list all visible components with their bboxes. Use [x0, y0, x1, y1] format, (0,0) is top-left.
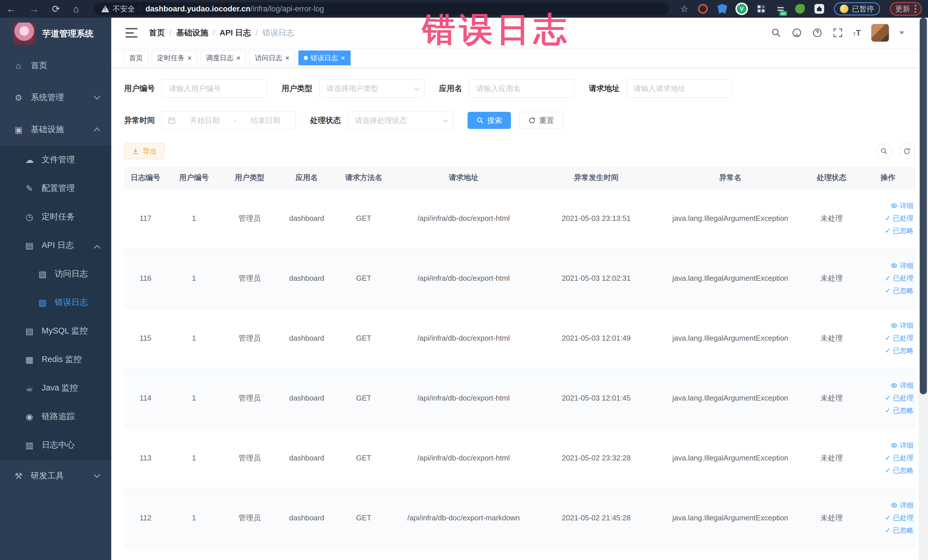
sidebar-item-MySQL-监控[interactable]: ▤MySQL 监控	[0, 317, 111, 345]
tab-首页[interactable]: 首页	[124, 50, 148, 65]
processed-link[interactable]: ✓已处理	[860, 335, 913, 342]
sidebar-item-系统管理[interactable]: ⚙系统管理	[0, 82, 111, 113]
page-content: 用户编号用户类型请选择用户类型应用名请求地址 异常时间 开始日期 - 结束日期 …	[111, 68, 919, 548]
show-search-toggle-button[interactable]	[876, 143, 892, 159]
divider	[140, 5, 140, 13]
browser-reload-button[interactable]: ⟳	[52, 4, 60, 14]
extension-shield-icon[interactable]	[717, 4, 727, 14]
tab-调度日志[interactable]: 调度日志×	[200, 50, 246, 65]
detail-link[interactable]: 详细	[860, 202, 913, 209]
close-tab-icon[interactable]: ×	[341, 54, 345, 62]
tab-定时任务[interactable]: 定时任务×	[152, 50, 197, 65]
sidebar-item-研发工具[interactable]: ⚒研发工具	[0, 460, 111, 492]
extension-grid-icon[interactable]	[756, 4, 766, 14]
processed-link[interactable]: ✓已处理	[860, 514, 913, 521]
detail-link[interactable]: 详细	[860, 382, 913, 389]
reset-button[interactable]: 重置	[519, 112, 563, 129]
start-date-placeholder[interactable]: 开始日期	[180, 116, 229, 125]
browser-forward-button[interactable]: →	[29, 4, 39, 14]
sidebar-item-Java-监控[interactable]: ☕Java 监控	[0, 374, 111, 402]
bookmark-star-icon[interactable]: ☆	[680, 3, 688, 14]
detail-link[interactable]: 详细	[860, 322, 913, 329]
extension-leaf-icon[interactable]	[795, 4, 805, 14]
ignored-link[interactable]: ✓已忽略	[860, 527, 913, 534]
date-range-picker[interactable]: 开始日期 - 结束日期	[162, 111, 296, 130]
processed-link[interactable]: ✓已处理	[860, 455, 913, 461]
sidebar-item-Redis-监控[interactable]: ▦Redis 监控	[0, 345, 111, 374]
sidebar-toggle-icon[interactable]	[125, 28, 137, 38]
dev-tools-icon: ⚒	[14, 471, 23, 481]
detail-link[interactable]: 详细	[860, 442, 913, 449]
sidebar-item-配置管理[interactable]: ✎配置管理	[0, 174, 111, 203]
log-id-cell: 115	[124, 308, 167, 368]
actions-cell: 详细✓已处理✓已忽略	[860, 188, 916, 248]
user-type-cell: 管理员	[221, 188, 278, 248]
extension-on-icon[interactable]: on	[776, 4, 785, 14]
security-label[interactable]: 不安全	[113, 4, 135, 14]
scrollbar-thumb[interactable]	[920, 18, 927, 394]
address-bar[interactable]: 不安全 dashboard.yudao.iocoder.cn /infra/lo…	[94, 2, 669, 15]
font-size-icon[interactable]: тT	[853, 28, 861, 38]
processed-link[interactable]: ✓已处理	[860, 395, 913, 401]
github-icon[interactable]	[792, 27, 802, 38]
action-label: 已忽略	[893, 467, 913, 474]
ignored-link[interactable]: ✓已忽略	[860, 347, 913, 354]
processed-link[interactable]: ✓已处理	[860, 275, 913, 282]
breadcrumb-item[interactable]: API 日志	[220, 27, 251, 38]
sidebar-item-日志中心[interactable]: ▥日志中心	[0, 431, 111, 459]
app-logo[interactable]: 芋道管理系统	[0, 18, 111, 50]
help-icon[interactable]	[812, 27, 823, 38]
extensions-puzzle-icon[interactable]	[815, 4, 824, 14]
method-cell: GET	[335, 308, 392, 368]
request-url-input[interactable]	[626, 79, 732, 98]
detail-link[interactable]: 详细	[860, 502, 913, 509]
user-type-select[interactable]: 请选择用户类型	[319, 79, 425, 98]
breadcrumb-item[interactable]: 基础设施	[176, 27, 208, 38]
app-name-input[interactable]	[469, 79, 575, 98]
detail-link[interactable]: 详细	[860, 262, 913, 269]
fullscreen-icon[interactable]	[833, 27, 843, 38]
sidebar-item-链路追踪[interactable]: ◉链路追踪	[0, 402, 111, 431]
extension-green-icon[interactable]: V	[737, 4, 746, 14]
sidebar-item-文件管理[interactable]: ☁文件管理	[0, 145, 111, 174]
user-menu-caret-icon[interactable]	[899, 31, 904, 35]
tab-访问日志[interactable]: 访问日志×	[249, 50, 295, 65]
sidebar-item-基础设施[interactable]: ▣基础设施	[0, 113, 111, 145]
tab-错误日志[interactable]: 错误日志×	[298, 50, 351, 65]
actions-cell: 详细✓已处理✓已忽略	[860, 368, 916, 428]
breadcrumb-item[interactable]: 首页	[149, 27, 165, 38]
browser-back-button[interactable]: ←	[6, 4, 16, 14]
browser-home-button[interactable]: ⌂	[73, 4, 79, 14]
actions-cell: 详细✓已处理✓已忽略	[860, 488, 916, 548]
sidebar-item-访问日志[interactable]: ▧访问日志	[0, 259, 111, 288]
browser-menu-icon[interactable]	[914, 5, 916, 13]
mysql-icon: ▤	[24, 326, 34, 336]
user-avatar[interactable]	[871, 24, 889, 42]
refresh-table-button[interactable]	[899, 143, 914, 159]
export-button[interactable]: 导出	[124, 143, 165, 159]
extension-orange-icon[interactable]	[698, 4, 708, 14]
sidebar-item-首页[interactable]: ⌂首页	[0, 50, 111, 82]
end-date-placeholder[interactable]: 结束日期	[241, 116, 290, 125]
search-button[interactable]: 搜索	[467, 112, 511, 129]
sidebar-item-API-日志[interactable]: ▤API 日志	[0, 231, 111, 259]
sidebar-item-错误日志[interactable]: ▨错误日志	[0, 288, 111, 317]
header-search-icon[interactable]	[771, 27, 781, 38]
processed-link[interactable]: ✓已处理	[860, 215, 913, 222]
ignored-link[interactable]: ✓已忽略	[860, 227, 913, 234]
ignored-link[interactable]: ✓已忽略	[860, 407, 913, 414]
process-status-select[interactable]: 请选择处理状态	[348, 111, 453, 130]
ignored-link[interactable]: ✓已忽略	[860, 467, 913, 474]
browser-update-button[interactable]: 更新	[890, 2, 922, 16]
profile-paused-chip[interactable]: 已暂停	[834, 2, 880, 15]
close-tab-icon[interactable]: ×	[285, 54, 289, 62]
close-tab-icon[interactable]: ×	[236, 54, 241, 62]
tab-label: 定时任务	[157, 53, 185, 63]
close-tab-icon[interactable]: ×	[188, 54, 192, 62]
filter-request-url: 请求地址	[589, 79, 732, 98]
user-id-cell: 1	[167, 368, 221, 428]
ignored-link[interactable]: ✓已忽略	[860, 287, 913, 294]
sidebar-item-定时任务[interactable]: ◷定时任务	[0, 203, 111, 231]
page-scrollbar[interactable]	[919, 18, 928, 560]
user-id-input[interactable]	[162, 79, 267, 98]
